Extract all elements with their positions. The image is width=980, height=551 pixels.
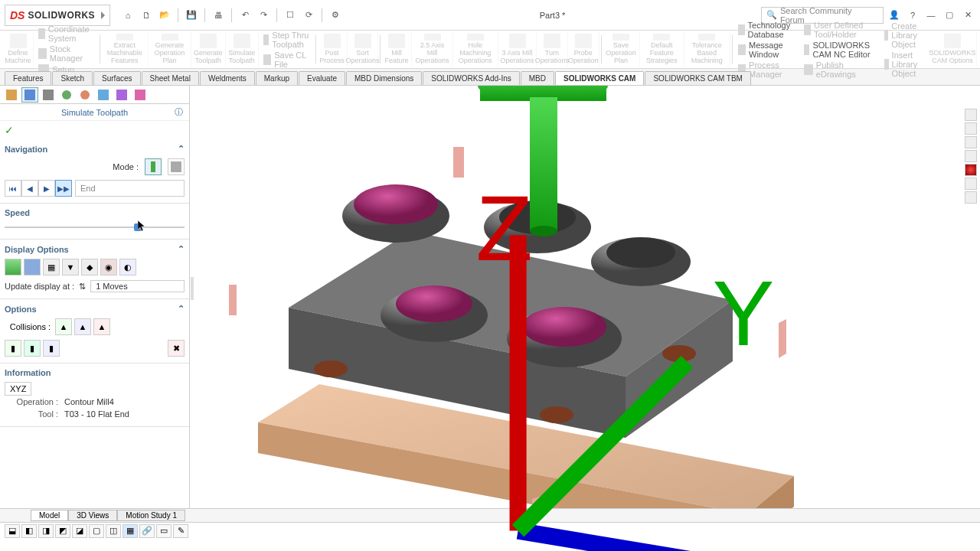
featuretree-tab[interactable]: [3, 87, 20, 103]
display-tab[interactable]: [77, 87, 93, 103]
coordinate-system-button[interactable]: Coordinate System: [38, 24, 93, 43]
view-iso4-button[interactable]: ◪: [72, 524, 87, 538]
rebuild-icon[interactable]: ⟳: [300, 7, 317, 24]
publish-edrawings-button[interactable]: Publish eDrawings: [804, 60, 875, 79]
cam-op-tab[interactable]: [113, 87, 130, 103]
close-icon[interactable]: ✕: [960, 8, 975, 23]
step-back-button[interactable]: ◀: [21, 180, 38, 197]
nc-editor-button[interactable]: SOLIDWORKS CAM NC Editor: [804, 41, 875, 59]
help-icon[interactable]: ?: [905, 8, 920, 23]
ok-button[interactable]: ✓: [0, 121, 189, 139]
user-tool-holder-button[interactable]: User Defined Tool/Holder: [804, 21, 875, 39]
speed-header[interactable]: Speed: [5, 207, 185, 219]
taskpane-resources-icon[interactable]: [965, 122, 977, 135]
create-library-button[interactable]: Create Library Object: [884, 21, 924, 49]
slider-thumb[interactable]: [134, 223, 142, 231]
ribbon-turn-ops[interactable]: Turn Operations: [537, 32, 568, 67]
ribbon-mill-feature[interactable]: Mill Feature: [381, 32, 412, 67]
reset-options-button[interactable]: ✖: [168, 340, 185, 357]
ribbon-define-machine[interactable]: Define Machine: [3, 32, 34, 67]
ribbon-cam-options[interactable]: SOLIDWORKS CAM Options: [929, 32, 977, 67]
stock-display-button[interactable]: [5, 259, 21, 276]
redo-icon[interactable]: ↷: [255, 7, 272, 24]
view-iso3-button[interactable]: ◩: [55, 524, 70, 538]
view-four-button[interactable]: ▦: [122, 524, 138, 538]
ribbon-save-opplan[interactable]: Save Operation Plan: [603, 32, 639, 67]
bottom-tab-model[interactable]: Model: [31, 510, 68, 521]
edit-sketch-button[interactable]: ✎: [173, 524, 188, 538]
tab-solidworks-cam-tbm[interactable]: SOLIDWORKS CAM TBM: [645, 71, 751, 85]
view-single-button[interactable]: ▢: [89, 524, 104, 538]
open-icon[interactable]: 📂: [156, 7, 173, 24]
taskpane-appearance-icon[interactable]: [965, 178, 977, 190]
view-iso1-button[interactable]: ◧: [21, 524, 37, 538]
info-header[interactable]: Information: [5, 367, 185, 379]
fixture-display-button[interactable]: ◉: [100, 259, 117, 276]
wireframe-button[interactable]: ▦: [43, 259, 60, 276]
options-icon[interactable]: ⚙: [327, 7, 344, 24]
tech-database-button[interactable]: Technology Database: [738, 21, 795, 39]
user-icon[interactable]: 👤: [887, 8, 902, 23]
cam-tree-tab[interactable]: [95, 87, 112, 103]
view-custom-button[interactable]: ▭: [156, 524, 172, 538]
save-icon[interactable]: 💾: [183, 7, 200, 24]
ribbon-sort-ops[interactable]: Sort Operations: [348, 32, 378, 67]
insert-library-button[interactable]: Insert Library Object: [884, 51, 924, 78]
configmanager-tab[interactable]: [40, 87, 57, 103]
view-iso2-button[interactable]: ◨: [38, 524, 54, 538]
display-header[interactable]: Display Options⌃: [5, 243, 185, 256]
play-button[interactable]: ▶▶: [55, 180, 72, 197]
app-logo[interactable]: DS SOLIDWORKS: [5, 5, 110, 26]
tab-surfaces[interactable]: Surfaces: [93, 71, 140, 85]
collision-btn-3[interactable]: ▲: [93, 318, 110, 335]
compare-btn-3[interactable]: ▮: [43, 340, 60, 357]
section-display-button[interactable]: ◐: [119, 259, 136, 276]
save-cl-button[interactable]: Save CL File: [263, 51, 309, 69]
view-two-button[interactable]: ◫: [106, 524, 121, 538]
ribbon-generate-toolpath[interactable]: Generate Toolpath: [191, 32, 226, 67]
minimize-icon[interactable]: —: [923, 8, 939, 23]
tab-markup[interactable]: Markup: [256, 71, 298, 85]
goto-start-button[interactable]: ⏮: [5, 180, 21, 197]
ribbon-post-process[interactable]: Post Process: [317, 32, 348, 67]
step-forward-button[interactable]: ▶: [38, 180, 55, 197]
speed-slider[interactable]: [5, 222, 185, 233]
maximize-icon[interactable]: ▢: [942, 8, 957, 23]
ribbon-generate-opplan[interactable]: Generate Operation Plan: [149, 32, 191, 67]
ribbon-simulate-toolpath[interactable]: Simulate Toolpath: [226, 32, 260, 67]
tab-sheet-metal[interactable]: Sheet Metal: [142, 71, 199, 85]
select-icon[interactable]: ☐: [282, 7, 299, 24]
tab-solidworks-cam[interactable]: SOLIDWORKS CAM: [555, 71, 644, 85]
tab-features[interactable]: Features: [5, 71, 51, 85]
mode-tool-button[interactable]: [145, 158, 162, 175]
view-triad[interactable]: Z Y X: [210, 193, 980, 551]
options-header[interactable]: Options⌃: [5, 302, 185, 315]
collision-btn-1[interactable]: ▲: [55, 318, 72, 335]
taskpane-library-icon[interactable]: [965, 136, 977, 148]
print-icon[interactable]: 🖶: [210, 7, 227, 24]
cam-tool-tab[interactable]: [132, 87, 149, 103]
tab-mbd-dimensions[interactable]: MBD Dimensions: [346, 71, 422, 85]
view-front-button[interactable]: ⬓: [5, 524, 20, 538]
update-stepper-icon[interactable]: ⇅: [79, 282, 86, 292]
view-link-button[interactable]: 🔗: [139, 524, 155, 538]
bottom-tab-3d-views[interactable]: 3D Views: [68, 510, 117, 521]
tool-display-button[interactable]: ▼: [62, 259, 79, 276]
dimxpert-tab[interactable]: [58, 87, 75, 103]
ribbon-probe-op[interactable]: Probe Operation: [568, 32, 599, 67]
taskpane-custom-icon[interactable]: [965, 191, 977, 204]
target-display-button[interactable]: [24, 259, 41, 276]
ribbon-3axis-mill[interactable]: 3 Axis Mill Operations: [498, 32, 537, 67]
compare-btn-1[interactable]: ▮: [5, 340, 21, 357]
holder-display-button[interactable]: ◆: [81, 259, 98, 276]
tab-weldments[interactable]: Weldments: [200, 71, 255, 85]
ribbon-default-strategies[interactable]: Default Feature Strategies: [640, 32, 684, 67]
message-window-button[interactable]: Message Window: [738, 41, 795, 59]
tab-mbd[interactable]: MBD: [521, 71, 554, 85]
ribbon-tolerance-machining[interactable]: Tolerance Based Machining: [684, 32, 730, 67]
info-icon[interactable]: ⓘ: [175, 106, 183, 118]
stock-manager-button[interactable]: Stock Manager: [38, 44, 93, 63]
home-icon[interactable]: ⌂: [119, 7, 136, 24]
tab-sketch[interactable]: Sketch: [52, 71, 93, 85]
end-selector[interactable]: End: [75, 180, 185, 197]
